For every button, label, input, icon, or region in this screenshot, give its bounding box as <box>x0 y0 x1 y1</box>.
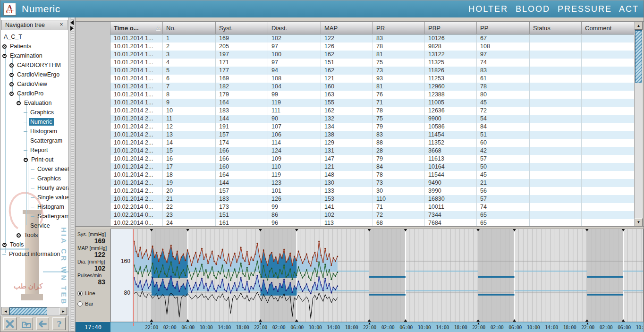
table-row[interactable]: 10.01.2014 2...1914412313073949021 <box>110 179 634 187</box>
help-button[interactable]: ? <box>52 317 66 330</box>
tree-item-cover-sheet[interactable]: Cover sheet <box>31 164 68 174</box>
tree-node-icon[interactable] <box>9 63 14 68</box>
column-header-timeo[interactable]: Time o...△ <box>110 22 162 34</box>
tree-item-label[interactable]: Product information <box>8 250 61 258</box>
tree-horizontal-scrollbar[interactable]: ◄ ► <box>1 307 68 315</box>
scrollbar-thumb[interactable] <box>9 307 47 315</box>
tree-item-cardiopro[interactable]: CardioPro <box>9 89 45 98</box>
column-header-pr[interactable]: PR <box>373 22 424 34</box>
tree-item-evaluation[interactable]: Evaluation <box>17 98 53 108</box>
tree-item-scattergram[interactable]: Scattergram <box>24 136 64 145</box>
tree-item-graphics[interactable]: Graphics <box>31 174 62 183</box>
tree-item-label[interactable]: Histogram <box>36 203 66 211</box>
tree-item-label[interactable]: Tools <box>8 241 25 248</box>
back-button[interactable] <box>36 317 50 330</box>
tree-item-label[interactable]: Graphics <box>29 109 55 116</box>
radio-icon[interactable] <box>77 291 83 296</box>
tree-item-cardiorythm[interactable]: CARDIORYTHM <box>9 60 62 70</box>
scroll-left-icon[interactable]: ◄ <box>2 307 9 315</box>
tree-item-graphics[interactable]: Graphics <box>24 108 55 117</box>
tree-item-scattergram[interactable]: Scattergram <box>31 212 68 221</box>
table-row[interactable]: 10.01.2014 2...18164119148781154445 <box>110 171 634 179</box>
table-row[interactable]: 10.01.2014 2...10183111162781263672 <box>110 107 634 115</box>
tree-item-label[interactable]: Cover sheet <box>36 165 68 173</box>
table-row[interactable]: 10.01.2014 2...13157106138831145451 <box>110 131 634 139</box>
tree-item-label[interactable]: Single value <box>36 194 68 201</box>
column-header-pp[interactable]: PP <box>476 22 529 34</box>
tree-item-label[interactable]: Examination <box>8 52 44 60</box>
tree-item-examination[interactable]: Examination <box>2 51 44 60</box>
tree-item-label[interactable]: Scattergram <box>29 137 64 145</box>
column-header-comment[interactable]: Comment <box>581 22 634 34</box>
table-row[interactable]: 10.01.2014 1...9164119155711100545 <box>110 99 634 107</box>
table-row[interactable]: 10.01.2014 1...6169108121931125361 <box>110 75 634 83</box>
column-header-syst[interactable]: Syst. <box>215 22 268 34</box>
tree-item-label[interactable]: Print-out <box>30 156 55 163</box>
close-panel-icon[interactable]: × <box>58 21 65 29</box>
tree-item-numeric[interactable]: Numeric <box>24 117 54 127</box>
tree-item-print-out[interactable]: Print-out <box>24 155 55 164</box>
column-header-no[interactable]: No. <box>162 22 215 34</box>
tree-item-label[interactable]: CardioView <box>16 80 49 88</box>
tree-item-patients[interactable]: Patients <box>2 42 33 51</box>
tree-item-histogram[interactable]: Histogram <box>24 127 59 136</box>
column-header-map[interactable]: MAP <box>321 22 373 34</box>
table-row[interactable]: 10.01.2014 1...7182104160811296078 <box>110 83 634 91</box>
scroll-down-icon[interactable]: ▼ <box>635 218 643 226</box>
tree-node-icon[interactable] <box>17 101 21 105</box>
tree-item-label[interactable]: Numeric <box>29 118 54 126</box>
table-row[interactable]: 10.01.2014 1...817999163761238880 <box>110 91 634 99</box>
tree-node-icon[interactable] <box>9 73 14 77</box>
tree-item-a-c-t[interactable]: A_C_T <box>2 32 24 42</box>
table-row[interactable]: 10.01.2014 1...3197100162811312297 <box>110 51 634 59</box>
tree-item-cardioviewergo[interactable]: CardioViewErgo <box>9 70 61 79</box>
tree-item-tools[interactable]: Tools <box>17 230 39 240</box>
tree-item-label[interactable]: Report <box>29 146 50 154</box>
table-row[interactable]: 10.01.2014 2...111449013275990054 <box>110 115 634 123</box>
column-header-status[interactable]: Status <box>529 22 581 34</box>
tree-item-histogram[interactable]: Histogram <box>31 202 66 212</box>
expand-right-icon[interactable] <box>70 26 74 31</box>
table-row[interactable]: 10.01.2014 2...16166109147791161357 <box>110 155 634 163</box>
tree-item-report[interactable]: Report <box>24 145 50 155</box>
tree-item-label[interactable]: Hourly avera <box>36 184 68 192</box>
table-row[interactable]: 10.01.2014 1...1169102122831012667 <box>110 34 634 43</box>
tree-node-icon[interactable] <box>2 243 7 247</box>
panel-splitter[interactable] <box>69 17 76 332</box>
table-row[interactable]: 10.01.2014 2...1516612413128366842 <box>110 147 634 155</box>
radio-icon[interactable] <box>77 301 83 306</box>
column-header-pbp[interactable]: PBP <box>424 22 476 34</box>
tree-item-label[interactable]: CardioPro <box>16 90 45 97</box>
folder-up-button[interactable] <box>20 317 33 330</box>
tree-node-icon[interactable] <box>2 44 7 49</box>
column-header-diast[interactable]: Diast. <box>268 22 321 34</box>
table-vertical-scrollbar[interactable]: ▲ ▼ <box>634 22 643 226</box>
tree-item-label[interactable]: Graphics <box>36 175 62 182</box>
table-row[interactable]: 10.01.2014 2...12191107134791058684 <box>110 123 634 131</box>
collapse-left-icon[interactable] <box>70 20 74 25</box>
tree-node-icon[interactable] <box>2 54 7 58</box>
scroll-right-icon[interactable]: ► <box>59 307 67 315</box>
tree-node-icon[interactable] <box>9 82 14 86</box>
table-row[interactable]: 10.01.2014 2...2015710113330399056 <box>110 187 634 195</box>
table-row[interactable]: 10.01.2014 2...17160110121841016450 <box>110 163 634 171</box>
tree-node-icon[interactable] <box>24 158 28 162</box>
table-row[interactable]: 10.02.2014 0...241619611368768465 <box>110 219 634 226</box>
bp-trend-chart[interactable]: 16080 <box>110 229 644 322</box>
tree-item-label[interactable]: Service <box>29 222 51 230</box>
tree-item-label[interactable]: Tools <box>23 231 39 239</box>
scrollbar-thumb[interactable] <box>635 30 642 83</box>
table-row[interactable]: 10.01.2014 1...417197151751132574 <box>110 59 634 67</box>
table-row[interactable]: 10.01.2014 2...211831261531101683057 <box>110 195 634 203</box>
tree-item-product-information[interactable]: Product information <box>2 249 61 259</box>
tree-item-label[interactable]: Patients <box>8 43 33 50</box>
tree-item-cardioview[interactable]: CardioView <box>9 79 49 89</box>
tree-item-hourly-avera[interactable]: Hourly avera <box>31 183 68 193</box>
tree-item-service[interactable]: Service <box>24 221 51 230</box>
tree-item-label[interactable]: Scattergram <box>36 213 68 220</box>
close-button[interactable] <box>3 317 17 330</box>
tree-item-label[interactable]: Histogram <box>29 128 59 135</box>
tree-item-label[interactable]: CardioViewErgo <box>16 71 61 78</box>
table-row[interactable]: 10.01.2014 1...517794162731182683 <box>110 67 634 75</box>
scroll-up-icon[interactable]: ▲ <box>635 22 643 30</box>
